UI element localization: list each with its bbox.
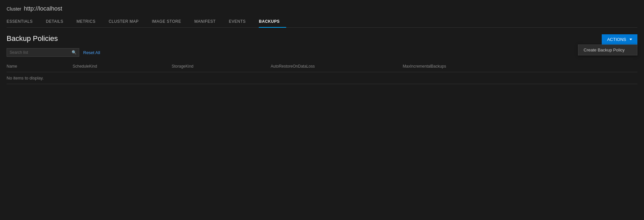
search-row: 🔍 Reset All [7, 48, 637, 57]
tab-cluster-map[interactable]: CLUSTER MAP [109, 16, 145, 28]
cluster-title: Cluster http://localhost [7, 5, 637, 12]
table-container: Name ScheduleKind StorageKind AutoRestor… [7, 61, 637, 84]
col-max-incremental: MaxIncrementalBackups [403, 63, 637, 70]
content-area: Backup Policies ACTIONS Create Backup Po… [0, 28, 644, 91]
col-storage-kind: StorageKind [172, 63, 271, 70]
table-header: Name ScheduleKind StorageKind AutoRestor… [7, 61, 637, 72]
search-container: 🔍 [7, 48, 79, 57]
nav-tabs: ESSENTIALS DETAILS METRICS CLUSTER MAP I… [7, 16, 637, 28]
create-backup-policy-item[interactable]: Create Backup Policy [578, 45, 637, 55]
table-body: No items to display. [7, 72, 637, 84]
actions-button-label: ACTIONS [607, 37, 626, 42]
chevron-down-icon [629, 39, 632, 40]
col-schedule-kind: ScheduleKind [73, 63, 172, 70]
header: Cluster http://localhost ESSENTIALS DETA… [0, 0, 644, 28]
col-name: Name [7, 63, 73, 70]
cluster-label: Cluster [7, 6, 21, 12]
reset-all-link[interactable]: Reset All [83, 50, 100, 55]
tab-image-store[interactable]: IMAGE STORE [152, 16, 188, 28]
col-auto-restore: AutoRestoreOnDataLoss [271, 63, 403, 70]
tab-events[interactable]: EVENTS [229, 16, 252, 28]
tab-essentials[interactable]: ESSENTIALS [7, 16, 39, 28]
no-items-message: No items to display. [7, 72, 637, 84]
actions-area: ACTIONS Create Backup Policy [602, 34, 637, 45]
tab-metrics[interactable]: METRICS [77, 16, 102, 28]
tab-backups[interactable]: BACKUPS [259, 16, 286, 28]
actions-button[interactable]: ACTIONS [602, 34, 637, 45]
tab-details[interactable]: DETAILS [46, 16, 70, 28]
search-input[interactable] [7, 48, 79, 57]
cluster-url: http://localhost [24, 5, 62, 12]
page-title: Backup Policies [7, 34, 637, 43]
actions-dropdown: Create Backup Policy [578, 45, 637, 55]
tab-manifest[interactable]: MANIFEST [194, 16, 222, 28]
